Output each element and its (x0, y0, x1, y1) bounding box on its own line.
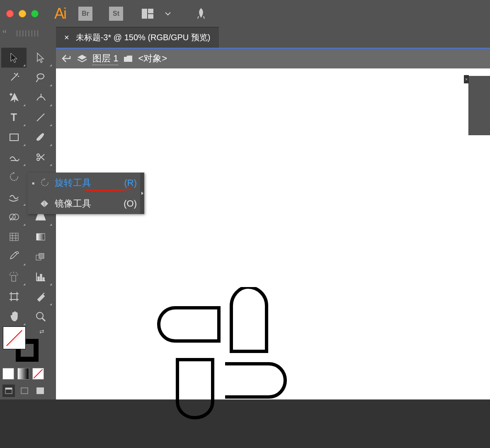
swap-fill-stroke[interactable]: ⇄ (39, 328, 44, 335)
tools-panel: + T (0, 44, 56, 399)
gradient-tool[interactable] (28, 227, 53, 247)
folder-icon (123, 54, 133, 63)
gpu-rocket-icon[interactable] (193, 5, 209, 22)
symbol-sprayer-tool[interactable] (1, 267, 27, 287)
svg-point-7 (37, 154, 39, 156)
presentation-mode[interactable] (34, 385, 46, 397)
bridge-button[interactable]: Br (78, 7, 92, 21)
svg-rect-12 (36, 234, 45, 240)
rectangle-tool[interactable] (1, 127, 27, 147)
svg-point-20 (36, 312, 43, 319)
tools-panel-header[interactable]: ‹‹ |||||||| (0, 27, 56, 44)
svg-rect-0 (142, 9, 147, 19)
warp-tool[interactable] (1, 187, 27, 207)
flyout-tearoff-handle[interactable] (140, 173, 144, 214)
zoom-tool[interactable] (28, 307, 53, 326)
eyedropper-tool[interactable] (1, 247, 27, 267)
svg-rect-2 (148, 14, 153, 19)
column-graph-tool[interactable] (28, 267, 53, 287)
right-panel-collapsed[interactable]: × (468, 76, 490, 135)
shape-builder-tool[interactable] (1, 207, 27, 227)
svg-rect-14 (39, 253, 44, 258)
close-window[interactable] (6, 10, 14, 17)
gradient-mode[interactable] (17, 368, 29, 380)
svg-rect-15 (12, 275, 16, 281)
canvas[interactable] (56, 68, 490, 399)
svg-rect-19 (11, 294, 17, 299)
svg-line-5 (37, 114, 44, 121)
mesh-tool[interactable] (1, 227, 27, 247)
app-titlebar: Ai Br St (0, 0, 490, 27)
direct-selection-tool[interactable] (28, 48, 53, 68)
document-tab[interactable]: × 未标题-3* @ 150% (RGB/GPU 预览) (56, 27, 219, 48)
svg-point-9 (10, 214, 15, 220)
lasso-tool[interactable] (28, 68, 53, 88)
flyout-reflect-tool[interactable]: 镜像工具 (O) (27, 193, 144, 214)
type-tool[interactable]: T (1, 107, 27, 127)
svg-text:+: + (10, 92, 12, 97)
pen-tool[interactable]: + (1, 88, 27, 107)
document-tabs: × 未标题-3* @ 150% (RGB/GPU 预览) (56, 27, 490, 48)
curvature-tool[interactable] (28, 88, 53, 107)
svg-rect-18 (43, 278, 44, 281)
object-label: <对象> (138, 52, 167, 65)
document-tab-title: 未标题-3* @ 150% (RGB/GPU 预览) (76, 32, 211, 43)
screen-mode-row (0, 382, 56, 399)
fill-swatch[interactable] (3, 326, 26, 349)
back-icon[interactable] (61, 54, 72, 63)
svg-rect-1 (148, 9, 153, 13)
breadcrumb-bar: 图层 1 <对象> (56, 48, 490, 68)
annotation-underline (84, 187, 129, 190)
app-logo: Ai (54, 5, 66, 22)
none-mode[interactable] (32, 368, 44, 380)
arrange-documents-button[interactable] (140, 5, 156, 22)
svg-rect-11 (10, 233, 18, 241)
shaper-tool[interactable] (1, 147, 27, 167)
rotate-tool[interactable] (1, 167, 27, 187)
hand-tool[interactable] (1, 307, 27, 326)
color-mode-row (0, 365, 56, 382)
arrange-dropdown[interactable] (160, 5, 176, 22)
reflect-icon (39, 199, 51, 209)
artwork-shape (157, 287, 289, 421)
svg-text:T: T (11, 112, 17, 122)
window-controls (3, 10, 39, 17)
svg-rect-22 (5, 388, 12, 390)
fill-stroke-indicator[interactable]: ⇄ (0, 326, 56, 365)
svg-rect-23 (21, 388, 28, 394)
magic-wand-tool[interactable] (1, 68, 27, 88)
close-tab-icon[interactable]: × (64, 33, 69, 42)
blend-tool[interactable] (28, 247, 53, 267)
slice-tool[interactable] (28, 287, 53, 307)
artboard-tool[interactable] (1, 287, 27, 307)
scissors-tool[interactable] (28, 147, 53, 167)
svg-rect-17 (40, 274, 42, 281)
svg-rect-16 (38, 277, 39, 281)
layer-name[interactable]: 图层 1 (92, 52, 118, 65)
svg-rect-6 (10, 134, 18, 141)
normal-screen-mode[interactable] (2, 385, 15, 397)
minimize-window[interactable] (19, 10, 26, 17)
selection-tool[interactable] (1, 48, 27, 68)
rotate-icon (39, 178, 51, 188)
svg-point-8 (37, 158, 39, 161)
full-screen-mode[interactable] (18, 385, 31, 397)
rotate-tool-flyout: ■ 旋转工具 (R) 镜像工具 (O) (27, 173, 144, 214)
layers-icon[interactable] (77, 54, 87, 63)
maximize-window[interactable] (31, 10, 39, 17)
line-tool[interactable] (28, 107, 53, 127)
svg-point-10 (13, 214, 19, 220)
svg-rect-24 (36, 387, 44, 394)
panel-close-icon[interactable]: × (464, 75, 469, 83)
color-mode[interactable] (2, 368, 14, 380)
paintbrush-tool[interactable] (28, 127, 53, 147)
stock-button[interactable]: St (109, 7, 123, 21)
